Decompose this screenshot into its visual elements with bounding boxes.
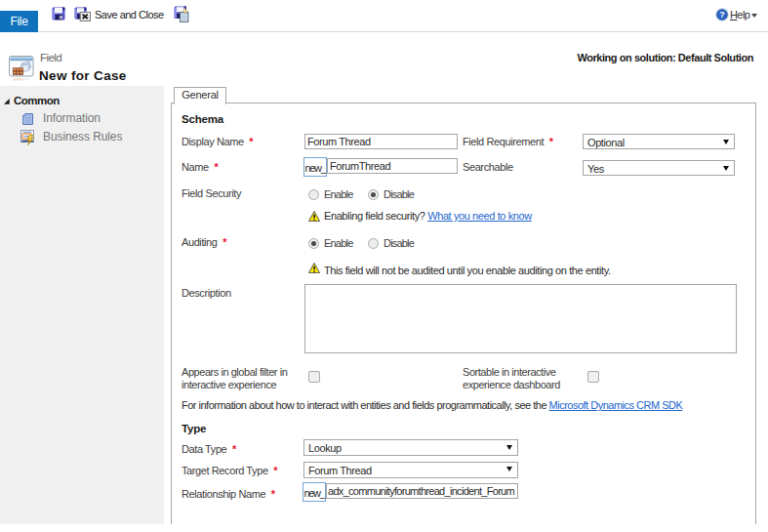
svg-text:?: ? [719, 10, 725, 20]
